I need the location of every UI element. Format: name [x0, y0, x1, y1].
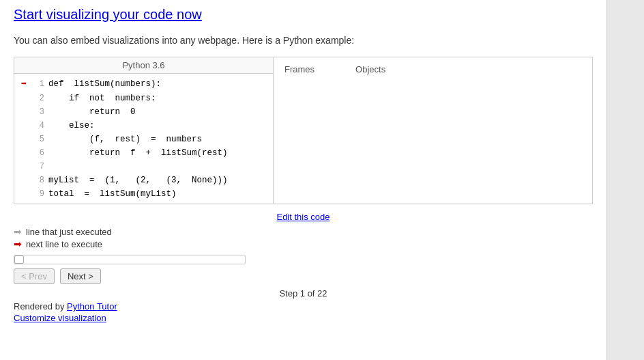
- frames-objects-header: Frames Objects: [279, 63, 587, 76]
- line-number: 3: [31, 106, 44, 119]
- progress-bar-track[interactable]: [14, 255, 246, 264]
- line-number: 1: [31, 78, 44, 91]
- line-code: def listSum(numbers):: [48, 77, 161, 91]
- line-code: myList = (1, (2, (3, None))): [48, 174, 228, 187]
- right-sidebar: [606, 0, 644, 360]
- python-tutor-link[interactable]: Python Tutor: [67, 301, 117, 311]
- frames-label: Frames: [284, 64, 314, 74]
- legend-gray-item: ➡ line that just executed: [14, 226, 593, 237]
- frames-objects-panel: Frames Objects: [274, 57, 592, 204]
- step-info: Step 1 of 22: [14, 288, 593, 299]
- progress-bar-container[interactable]: [14, 255, 593, 264]
- rendered-by: Rendered by Python Tutor: [14, 301, 593, 311]
- line-number: 9: [31, 188, 44, 201]
- code-body: ➡1def listSum(numbers):2 if not numbers:…: [14, 74, 273, 204]
- progress-bar-thumb[interactable]: [14, 255, 24, 264]
- line-number: 8: [31, 174, 44, 187]
- embed-description: You can also embed visualizations into a…: [14, 35, 593, 46]
- legend: ➡ line that just executed ➡ next line to…: [14, 226, 593, 249]
- visualizer-container: Python 3.6 ➡1def listSum(numbers):2 if n…: [14, 57, 593, 204]
- customize-link[interactable]: Customize visualization: [14, 313, 593, 323]
- line-arrow-icon: ➡: [17, 77, 31, 92]
- next-button[interactable]: Next >: [60, 268, 101, 284]
- nav-controls: < Prev Next >: [14, 268, 593, 284]
- legend-red-text: next line to execute: [26, 239, 102, 249]
- line-code: if not numbers:: [48, 92, 156, 105]
- rendered-by-text: Rendered by: [14, 301, 67, 311]
- line-number: 5: [31, 133, 44, 146]
- line-code: return 0: [48, 105, 136, 119]
- gray-arrow-icon: ➡: [14, 226, 22, 237]
- line-number: 4: [31, 120, 44, 133]
- line-number: 2: [31, 92, 44, 105]
- code-line: 7: [14, 160, 273, 174]
- code-line: 9total = listSum(myList): [14, 187, 273, 201]
- code-line: 2 if not numbers:: [14, 92, 273, 105]
- edit-code-link[interactable]: Edit this code: [276, 212, 330, 222]
- code-line: 6 return f + listSum(rest): [14, 146, 273, 160]
- page-title[interactable]: Start visualizing your code now: [14, 7, 593, 23]
- line-code: total = listSum(myList): [48, 187, 177, 201]
- line-code: return f + listSum(rest): [48, 146, 228, 160]
- code-line: 5 (f, rest) = numbers: [14, 133, 273, 146]
- legend-red-item: ➡ next line to execute: [14, 238, 593, 249]
- code-line: ➡1def listSum(numbers):: [14, 77, 273, 92]
- prev-button[interactable]: < Prev: [14, 268, 55, 284]
- code-panel: Python 3.6 ➡1def listSum(numbers):2 if n…: [14, 57, 274, 204]
- code-line: 4 else:: [14, 119, 273, 133]
- legend-gray-text: line that just executed: [26, 227, 112, 237]
- line-code: (f, rest) = numbers: [48, 133, 202, 146]
- code-line: 8myList = (1, (2, (3, None))): [14, 174, 273, 187]
- line-number: 6: [31, 147, 44, 160]
- edit-link-container: Edit this code: [14, 211, 593, 222]
- red-line-arrow: ➡: [21, 77, 27, 92]
- line-number: 7: [31, 161, 44, 174]
- code-line: 3 return 0: [14, 105, 273, 119]
- line-code: else:: [48, 119, 95, 133]
- objects-label: Objects: [355, 64, 385, 74]
- code-header: Python 3.6: [14, 57, 273, 74]
- red-arrow-icon: ➡: [14, 238, 22, 249]
